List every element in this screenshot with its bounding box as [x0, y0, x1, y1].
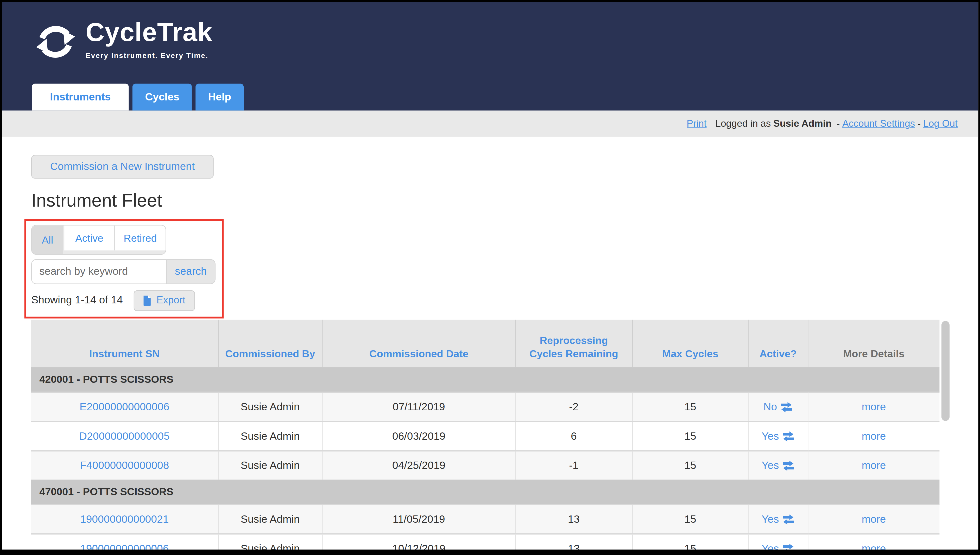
col-header-active[interactable]: Active?	[748, 320, 808, 367]
max-cycles-cell: 15	[632, 505, 748, 534]
instrument-sn-cell: F40000000000008	[31, 451, 218, 480]
active-label: Yes	[762, 513, 779, 526]
commissioned-date-cell: 07/11/2019	[322, 392, 516, 422]
export-button[interactable]: Export	[133, 290, 195, 311]
logged-in-label: Logged in as	[715, 118, 771, 129]
group-header-cell: 470001 - POTTS SCISSORS	[31, 480, 940, 505]
max-cycles-cell: 15	[632, 451, 748, 480]
table-scrollbar-track[interactable]	[940, 320, 952, 550]
commissioned-by-cell: Susie Admin	[218, 392, 323, 422]
active-toggle-link[interactable]: Yes	[762, 459, 795, 472]
col-header-max-cycles[interactable]: Max Cycles	[632, 320, 748, 367]
max-cycles-cell: 15	[632, 422, 748, 451]
more-details-cell: more	[808, 451, 940, 480]
instrument-sn-cell: E20000000000006	[31, 392, 218, 422]
instrument-row: 190000000000006Susie Admin10/12/20191315…	[31, 534, 940, 550]
more-details-link[interactable]: more	[862, 430, 886, 442]
results-summary-row: Showing 1-14 of 14 Export	[31, 290, 195, 311]
active-toggle-link[interactable]: Yes	[762, 542, 795, 550]
commission-new-instrument-button[interactable]: Commission a New Instrument	[31, 155, 214, 178]
cycles-remaining-cell: -2	[516, 392, 632, 422]
swap-arrows-icon	[782, 460, 794, 471]
group-header-row: 470001 - POTTS SCISSORS	[31, 480, 940, 505]
separator-dash: -	[837, 118, 840, 129]
tab-instruments[interactable]: Instruments	[32, 84, 129, 111]
swap-arrows-icon	[782, 543, 794, 550]
showing-count-text: Showing 1-14 of 14	[31, 294, 123, 306]
commissioned-date-cell: 04/25/2019	[322, 451, 516, 480]
commissioned-by-cell: Susie Admin	[218, 505, 323, 534]
print-link[interactable]: Print	[687, 118, 707, 129]
instrument-sn-cell: 190000000000021	[31, 505, 218, 534]
commissioned-by-cell: Susie Admin	[218, 422, 323, 451]
separator-dash: -	[917, 118, 921, 129]
more-details-link[interactable]: more	[862, 513, 886, 525]
active-label: Yes	[762, 542, 779, 550]
log-out-link[interactable]: Log Out	[923, 118, 958, 129]
logged-in-user: Susie Admin	[773, 118, 832, 129]
filter-retired-button[interactable]: Retired	[114, 225, 165, 250]
cycles-remaining-cell: -1	[516, 451, 632, 480]
col-header-commissioned-date[interactable]: Commissioned Date	[322, 320, 516, 367]
more-details-cell: more	[808, 505, 940, 534]
table-scrollbar-thumb[interactable]	[941, 321, 949, 421]
brand-logo: CycleTrak Every Instrument. Every Time.	[33, 18, 212, 66]
tab-help[interactable]: Help	[196, 84, 244, 111]
swap-arrows-icon	[782, 431, 794, 442]
col-header-commissioned-by[interactable]: Commissioned By	[218, 320, 323, 367]
col-header-instrument-sn[interactable]: Instrument SN	[31, 320, 218, 367]
search-button[interactable]: search	[167, 259, 215, 284]
instrument-row: F40000000000008Susie Admin04/25/2019-115…	[31, 451, 940, 480]
active-toggle-link[interactable]: No	[763, 401, 793, 413]
table-header-row: Instrument SN Commissioned By Commission…	[31, 320, 940, 367]
instrument-sn-cell: D20000000000005	[31, 422, 218, 451]
status-filter-group: All Active Retired	[31, 225, 166, 255]
filter-active-button[interactable]: Active	[64, 225, 114, 250]
col-header-cycles-remaining[interactable]: Reprocessing Cycles Remaining	[516, 320, 632, 367]
document-icon	[143, 295, 151, 306]
more-details-cell: more	[808, 422, 940, 451]
active-cell: No	[748, 392, 808, 422]
search-bar: search	[31, 259, 215, 284]
active-cell: Yes	[748, 451, 808, 480]
screenshot-frame: CycleTrak Every Instrument. Every Time. …	[0, 0, 980, 555]
search-input[interactable]	[31, 259, 167, 284]
brand-name: CycleTrak	[86, 18, 212, 47]
active-cell: Yes	[748, 534, 808, 550]
cycle-arrows-icon	[33, 18, 78, 66]
max-cycles-cell: 15	[632, 392, 748, 422]
instrument-sn-link[interactable]: D20000000000005	[79, 430, 170, 442]
instrument-sn-link[interactable]: 190000000000006	[80, 542, 169, 550]
more-details-cell: more	[808, 392, 940, 422]
group-header-cell: 420001 - POTTS SCISSORS	[31, 367, 940, 392]
account-settings-link[interactable]: Account Settings	[842, 118, 915, 129]
swap-arrows-icon	[780, 401, 793, 412]
more-details-link[interactable]: more	[862, 459, 886, 471]
brand-tagline: Every Instrument. Every Time.	[86, 52, 212, 59]
tab-cycles[interactable]: Cycles	[133, 84, 192, 111]
active-toggle-link[interactable]: Yes	[762, 430, 795, 442]
instrument-row: E20000000000006Susie Admin07/11/2019-215…	[31, 392, 940, 422]
cycles-remaining-cell: 13	[516, 534, 632, 550]
main-nav-tabs: Instruments Cycles Help	[32, 84, 244, 111]
session-bar: Print Logged in as Susie Admin - Account…	[2, 111, 978, 137]
instrument-sn-cell: 190000000000006	[31, 534, 218, 550]
max-cycles-cell: 15	[632, 534, 748, 550]
page-title: Instrument Fleet	[31, 191, 162, 211]
active-toggle-link[interactable]: Yes	[762, 513, 795, 526]
export-label: Export	[156, 295, 185, 306]
more-details-link[interactable]: more	[862, 401, 886, 413]
commissioned-date-cell: 10/12/2019	[322, 534, 516, 550]
filter-all-button[interactable]: All	[32, 225, 63, 255]
active-cell: Yes	[748, 505, 808, 534]
instrument-row: D20000000000005Susie Admin06/03/2019615Y…	[31, 422, 940, 451]
group-header-row: 420001 - POTTS SCISSORS	[31, 367, 940, 392]
commissioned-by-cell: Susie Admin	[218, 451, 323, 480]
col-header-more-details: More Details	[808, 320, 940, 367]
instrument-sn-link[interactable]: 190000000000021	[80, 513, 169, 525]
instrument-sn-link[interactable]: E20000000000006	[80, 401, 169, 413]
commissioned-date-cell: 11/05/2019	[322, 505, 516, 534]
instrument-sn-link[interactable]: F40000000000008	[80, 459, 169, 471]
more-details-link[interactable]: more	[862, 542, 886, 550]
instrument-fleet-table: Instrument SN Commissioned By Commission…	[31, 320, 940, 550]
